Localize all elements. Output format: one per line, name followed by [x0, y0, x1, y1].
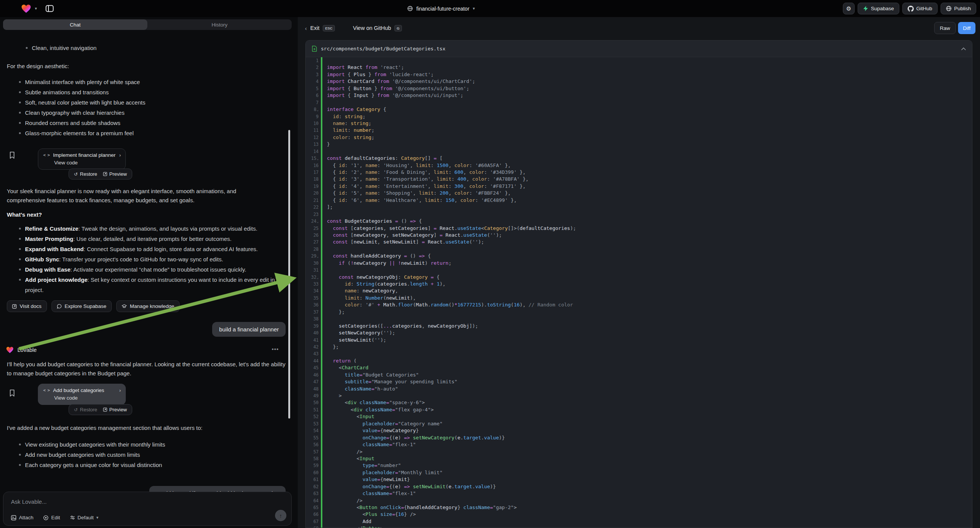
code-line: 9 id: string; [306, 113, 972, 120]
view-code-link[interactable]: View code [38, 159, 126, 169]
code-line: 8⌄interface Category { [306, 106, 972, 113]
external-link-icon [12, 304, 17, 309]
code-line: 16 { id: '1', name: 'Housing', limit: 15… [306, 162, 972, 169]
tab-history[interactable]: History [147, 19, 292, 30]
chat-input-placeholder: Ask Lovable... [11, 498, 46, 505]
code-line: 50 <div className="space-y-6"> [306, 399, 972, 406]
raw-toggle-button[interactable]: Raw [934, 22, 956, 34]
list-item: Clean, intuitive navigation [23, 43, 284, 53]
list-item: Rounded corners and subtle shadows [16, 118, 281, 128]
code-line: 2import React from 'react'; [306, 64, 972, 71]
version-card-add-budget-categories[interactable]: < > Add budget categories › View code [38, 384, 126, 405]
code-line: 1 [306, 57, 972, 64]
preview-button[interactable]: Preview [103, 407, 127, 412]
visit-docs-button[interactable]: Visit docs [7, 301, 47, 312]
model-selector[interactable]: Default ▾ [70, 515, 99, 520]
list-item: Subtle animations and transitions [16, 87, 281, 97]
code-line: 24⌄const BudgetCategories = () => { [306, 218, 972, 224]
restore-button[interactable]: ↺ Restore [74, 171, 97, 177]
code-line: 46 title="Budget Categories" [306, 372, 972, 379]
list-item: Clean typography with clear hierarchies [16, 108, 281, 118]
edit-button[interactable]: Edit [43, 515, 60, 520]
sidebar-toggle-icon[interactable] [45, 5, 54, 12]
view-on-github-label: View on GitHub [353, 25, 391, 31]
view-on-github-button[interactable]: View on GitHub G [353, 25, 402, 32]
code-line: 15⌄const defaultCategories: Category[] =… [306, 155, 972, 162]
whats-next-item: Master Prompting: Use clear, detailed, a… [16, 234, 289, 244]
version-card-implement-financial-planner[interactable]: < > Implement financial planner › View c… [38, 148, 126, 170]
code-line: 30 if (!newCategory || !newLimit) return… [306, 260, 972, 267]
attach-button[interactable]: Attach [11, 515, 33, 520]
whats-next-item: GitHub Sync: Transfer your project's cod… [16, 254, 289, 264]
code-line: 6import { Input } from '@/components/ui/… [306, 92, 972, 99]
supabase-button[interactable]: Supabase [858, 3, 899, 14]
restore-label: Restore [80, 171, 97, 177]
version-toolbar: ↺ Restore Preview [68, 169, 132, 180]
code-line: 25 const [categories, setCategories] = R… [306, 225, 972, 232]
message-more-menu-icon[interactable]: ••• [272, 346, 279, 352]
chevron-right-icon: › [119, 388, 121, 393]
code-line: 17 { id: '2', name: 'Food & Dining', lim… [306, 169, 972, 176]
chat-scrollbar[interactable] [288, 130, 290, 418]
assistant-name: Lovable [18, 347, 37, 353]
send-button[interactable]: ↑ [275, 510, 286, 521]
exit-button[interactable]: ‹ Exit ESC [305, 25, 335, 32]
code-line: 34 name: newCategory, [306, 288, 972, 294]
manage-knowledge-button[interactable]: Manage knowledge [116, 301, 180, 312]
fold-chevron-icon: ⌄ [317, 255, 318, 258]
lovable-logo-heart-icon[interactable] [21, 4, 31, 13]
github-button[interactable]: GitHub [902, 3, 937, 14]
code-line: 21 { id: '6', name: 'Healthcare', limit:… [306, 197, 972, 204]
code-line: 67 Add [306, 518, 972, 525]
code-file-header[interactable]: src/components/budget/BudgetCategories.t… [306, 41, 972, 57]
github-label: GitHub [916, 6, 932, 11]
collapse-chevron-up-icon[interactable] [961, 47, 966, 50]
code-line: 12 color: string; [306, 134, 972, 141]
preview-label: Preview [110, 407, 127, 412]
view-code-link[interactable]: View code [38, 394, 126, 404]
logo-chevron-down-icon[interactable]: ▾ [35, 6, 37, 11]
explore-supabase-button[interactable]: Explore Supabase [51, 301, 112, 312]
tab-chat[interactable]: Chat [3, 19, 147, 30]
globe-icon [407, 6, 413, 11]
fold-chevron-icon: ⌄ [317, 108, 318, 112]
attach-label: Attach [19, 515, 33, 520]
bookmark-icon[interactable] [9, 151, 15, 159]
code-line: 63 className="flex-1" [306, 490, 972, 497]
code-line: 62 onChange={(e) => setNewLimit(e.target… [306, 483, 972, 490]
code-line: 43 [306, 350, 972, 357]
design-heading: For the design aesthetic: [7, 62, 69, 71]
chat-input-box[interactable]: Ask Lovable... Attach Edit [3, 491, 292, 526]
preview-button[interactable]: Preview [103, 171, 127, 177]
code-editor[interactable]: 12import React from 'react';3import { Pl… [306, 57, 972, 528]
bookmark-icon[interactable] [9, 390, 15, 397]
code-line: 26 const [newCategory, setNewCategory] =… [306, 232, 972, 239]
code-line: 5import { Button } from '@/components/ui… [306, 85, 972, 92]
restore-label: Restore [80, 407, 97, 412]
code-line: 54 value={newCategory} [306, 427, 972, 434]
edit-label: Edit [51, 515, 60, 520]
publish-button[interactable]: Publish [940, 3, 976, 14]
whats-next-item: Debug with Ease: Activate our experiment… [16, 264, 289, 275]
code-line: 10 name: string; [306, 120, 972, 127]
list-item: Minimalist interface with plenty of whit… [16, 77, 281, 87]
explore-supabase-label: Explore Supabase [65, 304, 107, 309]
code-line: 40 setNewCategory(''); [306, 329, 972, 336]
graduation-cap-icon [122, 304, 127, 309]
project-switcher[interactable]: financial-future-creator ▾ [407, 0, 475, 17]
restore-button[interactable]: ↺ Restore [74, 407, 97, 412]
code-line: 55 onChange={(e) => setNewCategory(e.tar… [306, 434, 972, 441]
code-line: 38 [306, 315, 972, 322]
fold-chevron-icon: ⌄ [317, 220, 318, 223]
code-line: 32⌄ const newCategoryObj: Category = { [306, 274, 972, 281]
diff-toggle-button[interactable]: Diff [958, 22, 975, 34]
list-item: Glass-morphic elements for a premium fee… [16, 128, 281, 138]
code-line: 3import { Plus } from 'lucide-react'; [306, 71, 972, 78]
publish-globe-icon [946, 6, 951, 11]
code-line: 18 { id: '3', name: 'Transportation', li… [306, 176, 972, 183]
settings-button[interactable]: ⚙ [843, 3, 854, 14]
code-line: 53 placeholder="Category name" [306, 420, 972, 427]
list-item: Add new budget categories with custom li… [16, 450, 281, 460]
code-line: 64 /> [306, 497, 972, 504]
code-icon: < > [43, 153, 49, 157]
